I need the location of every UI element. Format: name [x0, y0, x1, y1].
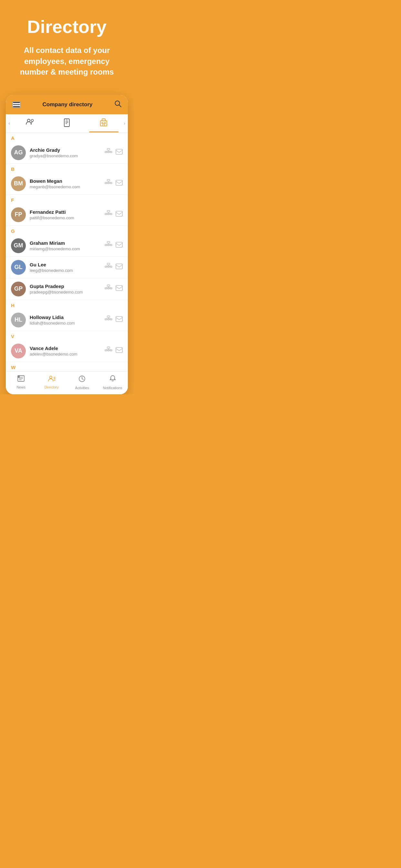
email-button[interactable] — [116, 316, 123, 323]
org-chart-button[interactable] — [104, 346, 112, 355]
contact-info: Gupta Pradeep pradeepg@bsonedemo.com — [30, 283, 104, 294]
section-letter-v: V — [6, 331, 128, 340]
hero-subtitle: All contact data of your employees, emer… — [10, 45, 124, 78]
email-button[interactable] — [116, 285, 123, 292]
app-header: Company directory — [6, 95, 128, 114]
svg-rect-43 — [116, 211, 122, 216]
contact-name: Graham Miriam — [30, 240, 104, 246]
contact-item[interactable]: BM Bowen Megan meganb@bsonedemo.com — [6, 173, 128, 195]
svg-rect-23 — [116, 149, 122, 154]
svg-point-99 — [50, 376, 52, 378]
tab-chevron-left[interactable]: ‹ — [7, 120, 11, 126]
org-chart-button[interactable] — [104, 263, 112, 272]
org-chart-button[interactable] — [104, 284, 112, 293]
contact-info: Graham Miriam miriamg@bsonedemo.com — [30, 240, 104, 251]
mail-icon — [116, 149, 123, 155]
directory-nav-label: Directory — [44, 385, 59, 389]
mail-icon — [116, 211, 123, 217]
contact-list: A AG Archie Grady gradya@bsonedemo.com — [6, 133, 128, 371]
info-tab-icon — [63, 118, 70, 129]
contact-email: gradya@bsonedemo.com — [30, 153, 104, 158]
org-chart-button[interactable] — [104, 179, 112, 188]
contact-item[interactable]: GM Graham Miriam miriamg@bsonedemo.com — [6, 235, 128, 257]
nav-directory[interactable]: Directory — [36, 375, 67, 390]
mail-icon — [116, 316, 123, 322]
contact-email: meganb@bsonedemo.com — [30, 184, 104, 189]
email-button[interactable] — [116, 211, 123, 218]
phone-mockup: Company directory ‹ — [6, 95, 128, 394]
contact-email: miriamg@bsonedemo.com — [30, 246, 104, 251]
contact-name: Archie Grady — [30, 147, 104, 153]
section-letter-g: G — [6, 226, 128, 235]
svg-rect-83 — [116, 316, 122, 321]
notifications-nav-icon — [109, 375, 117, 384]
org-chart-button[interactable] — [104, 315, 112, 324]
contact-email: lidiah@bsonedemo.com — [30, 321, 104, 326]
nav-news[interactable]: News — [6, 375, 36, 390]
contact-name: Bowen Megan — [30, 178, 104, 184]
org-icon — [104, 263, 112, 270]
hero-section: Directory All contact data of your emplo… — [0, 0, 134, 87]
svg-rect-74 — [107, 316, 110, 317]
search-icon — [114, 100, 121, 107]
tab-chevron-right[interactable]: › — [122, 120, 127, 126]
contact-actions — [104, 241, 123, 250]
bottom-nav: News Directory Activities — [6, 371, 128, 394]
contact-name: Gu Lee — [30, 262, 104, 268]
nav-notifications[interactable]: Notifications — [97, 375, 128, 390]
svg-rect-54 — [107, 263, 110, 265]
contact-avatar: BM — [11, 176, 26, 191]
contact-actions — [104, 210, 123, 219]
svg-point-2 — [27, 119, 30, 122]
tab-building[interactable] — [85, 114, 122, 132]
email-button[interactable] — [116, 264, 123, 271]
svg-rect-9 — [100, 121, 107, 126]
email-button[interactable] — [116, 347, 123, 354]
contact-email: pradeepg@bsonedemo.com — [30, 290, 104, 294]
svg-rect-10 — [102, 119, 105, 121]
tab-people[interactable] — [11, 114, 48, 132]
org-icon — [104, 284, 112, 291]
svg-rect-63 — [116, 264, 122, 269]
mail-icon — [116, 180, 123, 186]
contact-item[interactable]: AG Archie Grady gradya@bsonedemo.com — [6, 142, 128, 164]
section-letter-a: A — [6, 133, 128, 142]
notifications-nav-label: Notifications — [103, 386, 122, 390]
email-button[interactable] — [116, 242, 123, 249]
search-button[interactable] — [114, 100, 121, 109]
building-tab-icon — [99, 118, 108, 128]
activities-nav-icon — [78, 375, 86, 384]
contact-item[interactable]: FP Fernandez Patti pattif@bsonedemo.com — [6, 204, 128, 226]
org-icon — [104, 148, 112, 155]
org-chart-button[interactable] — [104, 241, 112, 250]
menu-button[interactable] — [12, 101, 21, 108]
org-icon — [104, 179, 112, 186]
contact-item[interactable]: HL Holloway Lidia lidiah@bsonedemo.com — [6, 309, 128, 331]
contact-actions — [104, 284, 123, 293]
contact-info: Vance Adele adelev@bsonedemo.com — [30, 345, 104, 356]
email-button[interactable] — [116, 180, 123, 187]
contact-item[interactable]: GL Gu Lee leeg@bsonedemo.com — [6, 257, 128, 278]
contact-avatar: GM — [11, 238, 26, 253]
contact-info: Bowen Megan meganb@bsonedemo.com — [30, 178, 104, 189]
news-nav-label: News — [17, 385, 26, 389]
svg-rect-73 — [116, 285, 122, 290]
section-letter-f: F — [6, 195, 128, 204]
contact-info: Archie Grady gradya@bsonedemo.com — [30, 147, 104, 158]
news-nav-icon — [17, 375, 25, 384]
mail-icon — [116, 264, 123, 269]
contact-item[interactable]: VA Vance Adele adelev@bsonedemo.com — [6, 340, 128, 362]
org-icon — [104, 315, 112, 322]
org-icon — [104, 210, 112, 217]
org-chart-button[interactable] — [104, 148, 112, 157]
email-button[interactable] — [116, 149, 123, 156]
nav-activities[interactable]: Activities — [67, 375, 97, 390]
contact-email: adelev@bsonedemo.com — [30, 352, 104, 356]
svg-point-3 — [31, 119, 33, 121]
tab-info[interactable] — [49, 114, 85, 132]
contact-avatar: GP — [11, 282, 26, 297]
org-chart-button[interactable] — [104, 210, 112, 219]
org-icon — [104, 241, 112, 248]
people-tab-icon — [26, 118, 35, 127]
contact-item[interactable]: GP Gupta Pradeep pradeepg@bsonedemo.com — [6, 278, 128, 300]
